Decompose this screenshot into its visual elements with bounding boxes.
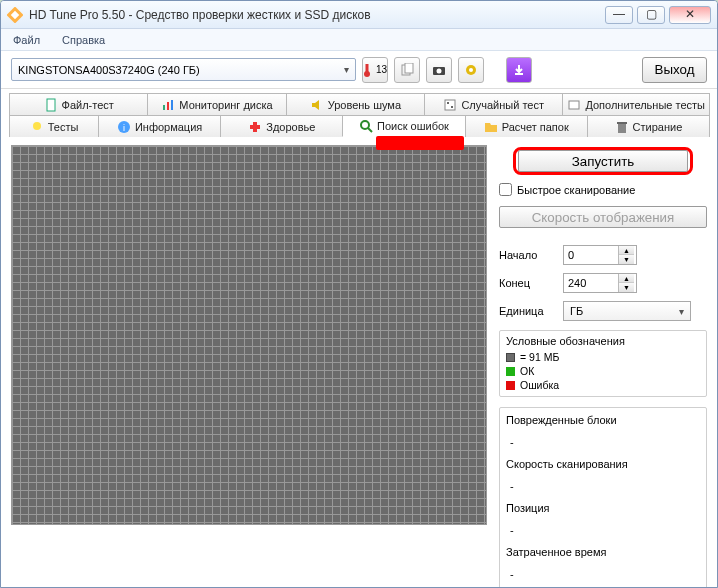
speed-map-button[interactable]: Скорость отображения bbox=[499, 206, 707, 228]
thermometer-icon bbox=[363, 62, 376, 78]
folder-icon bbox=[484, 120, 498, 134]
tab-health[interactable]: Здоровье bbox=[220, 115, 343, 137]
maximize-button[interactable]: ▢ bbox=[637, 6, 665, 24]
stat-elapsed-value: - bbox=[506, 568, 700, 588]
tab-file-test[interactable]: Файл-тест bbox=[9, 93, 148, 115]
window-title: HD Tune Pro 5.50 - Средство проверки жес… bbox=[29, 8, 605, 22]
chevron-down-icon: ▾ bbox=[344, 64, 349, 75]
close-button[interactable]: ✕ bbox=[669, 6, 711, 24]
svg-rect-14 bbox=[445, 100, 455, 110]
svg-rect-17 bbox=[569, 101, 579, 109]
legend-block-label: = 91 МБ bbox=[520, 350, 559, 364]
svg-rect-25 bbox=[618, 124, 626, 133]
end-spinner[interactable]: ▲▼ bbox=[618, 274, 634, 292]
download-icon bbox=[513, 64, 525, 76]
svg-point-9 bbox=[469, 68, 473, 72]
svg-point-23 bbox=[361, 121, 369, 129]
svg-rect-12 bbox=[167, 102, 169, 110]
start-spinner[interactable]: ▲▼ bbox=[618, 246, 634, 264]
legend-ok-icon bbox=[506, 367, 515, 376]
end-label: Конец bbox=[499, 277, 557, 289]
drive-select-value: KINGSTONSA400S37240G (240 ГБ) bbox=[18, 64, 200, 76]
svg-point-15 bbox=[447, 102, 449, 104]
svg-rect-5 bbox=[405, 63, 413, 73]
legend-title: Условные обозначения bbox=[506, 335, 700, 347]
legend-error-label: Ошибка bbox=[520, 378, 559, 392]
tab-folder-usage[interactable]: Расчет папок bbox=[465, 115, 588, 137]
svg-rect-3 bbox=[366, 64, 369, 73]
tools-icon bbox=[567, 98, 581, 112]
copy-icon bbox=[400, 63, 414, 77]
tab-random-test[interactable]: Случайный тест bbox=[424, 93, 563, 115]
tab-noise[interactable]: Уровень шума bbox=[286, 93, 425, 115]
chevron-down-icon: ▾ bbox=[679, 306, 684, 317]
svg-rect-26 bbox=[617, 122, 627, 124]
unit-select[interactable]: ГБ ▾ bbox=[563, 301, 691, 321]
tab-info[interactable]: iИнформация bbox=[98, 115, 221, 137]
quick-scan-label: Быстрое сканирование bbox=[517, 184, 635, 196]
highlight-annotation bbox=[376, 136, 464, 150]
settings-button[interactable] bbox=[458, 57, 484, 83]
svg-rect-13 bbox=[171, 100, 173, 110]
stats-panel: Поврежденные блоки - Скорость сканирован… bbox=[499, 407, 707, 588]
speaker-icon bbox=[310, 98, 324, 112]
tab-error-scan[interactable]: Поиск ошибок bbox=[342, 115, 465, 137]
stat-damaged-label: Поврежденные блоки bbox=[506, 414, 617, 426]
stat-position-value: - bbox=[506, 524, 700, 546]
legend-error-icon bbox=[506, 381, 515, 390]
info-icon: i bbox=[117, 120, 131, 134]
camera-icon bbox=[432, 63, 446, 77]
start-input[interactable]: ▲▼ bbox=[563, 245, 637, 265]
temperature-value: 13 bbox=[376, 64, 387, 75]
exit-button[interactable]: Выход bbox=[642, 57, 707, 83]
highlight-annotation-start: Запустить bbox=[513, 147, 693, 175]
end-input[interactable]: ▲▼ bbox=[563, 273, 637, 293]
end-input-field[interactable] bbox=[564, 277, 618, 289]
svg-point-16 bbox=[451, 106, 453, 108]
bulb-icon bbox=[30, 120, 44, 134]
svg-point-18 bbox=[33, 122, 41, 130]
tab-erase[interactable]: Стирание bbox=[587, 115, 710, 137]
legend-block-icon bbox=[506, 353, 515, 362]
temperature-button[interactable]: 13 bbox=[362, 57, 388, 83]
svg-text:i: i bbox=[123, 123, 125, 133]
trash-icon bbox=[615, 120, 629, 134]
menu-file[interactable]: Файл bbox=[9, 32, 44, 48]
quick-scan-checkbox[interactable] bbox=[499, 183, 512, 196]
stat-speed-label: Скорость сканирования bbox=[506, 458, 628, 470]
scan-grid bbox=[11, 145, 487, 525]
unit-label: Единица bbox=[499, 305, 557, 317]
file-icon bbox=[44, 98, 58, 112]
start-button[interactable]: Запустить bbox=[518, 150, 688, 172]
search-icon bbox=[359, 119, 373, 133]
stat-elapsed-label: Затраченное время bbox=[506, 546, 606, 558]
gear-icon bbox=[464, 63, 478, 77]
chart-icon bbox=[161, 98, 175, 112]
unit-select-value: ГБ bbox=[570, 305, 583, 317]
health-icon bbox=[248, 120, 262, 134]
menu-help[interactable]: Справка bbox=[58, 32, 109, 48]
svg-rect-10 bbox=[47, 99, 55, 111]
legend: Условные обозначения = 91 МБ ОК Ошибка bbox=[499, 330, 707, 397]
svg-point-7 bbox=[437, 68, 442, 73]
copy-button[interactable] bbox=[394, 57, 420, 83]
screenshot-button[interactable] bbox=[426, 57, 452, 83]
start-label: Начало bbox=[499, 249, 557, 261]
start-input-field[interactable] bbox=[564, 249, 618, 261]
save-button[interactable] bbox=[506, 57, 532, 83]
tab-tests[interactable]: Тесты bbox=[9, 115, 99, 137]
tab-extra-tests[interactable]: Дополнительные тесты bbox=[562, 93, 710, 115]
svg-rect-11 bbox=[163, 105, 165, 110]
legend-ok-label: ОК bbox=[520, 364, 534, 378]
stat-position-label: Позиция bbox=[506, 502, 550, 514]
stat-damaged-value: - bbox=[506, 436, 700, 458]
app-icon bbox=[7, 7, 23, 23]
tab-disk-monitor[interactable]: Мониторинг диска bbox=[147, 93, 286, 115]
dice-icon bbox=[443, 98, 457, 112]
minimize-button[interactable]: — bbox=[605, 6, 633, 24]
svg-line-24 bbox=[368, 128, 372, 132]
svg-rect-22 bbox=[250, 125, 260, 129]
stat-speed-value: - bbox=[506, 480, 700, 502]
drive-select[interactable]: KINGSTONSA400S37240G (240 ГБ) ▾ bbox=[11, 58, 356, 81]
